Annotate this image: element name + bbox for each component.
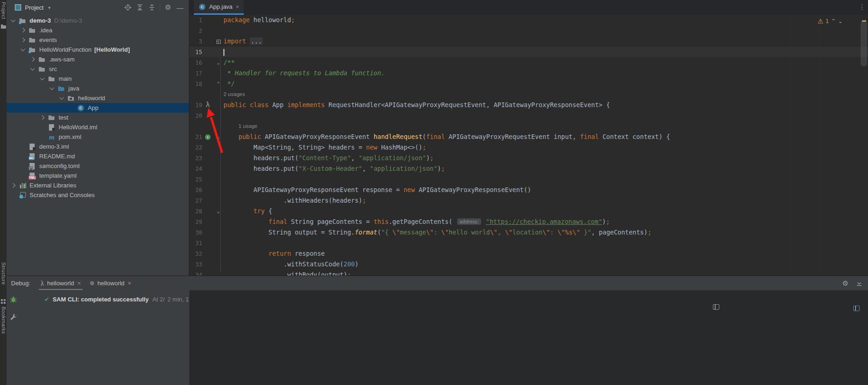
lambda-gutter-icon[interactable]: λ <box>202 100 213 110</box>
usages-inlay[interactable]: 2 usages <box>189 89 245 100</box>
chevron-down-icon[interactable] <box>21 47 25 51</box>
code-line-20[interactable]: 20 <box>189 110 868 121</box>
usages-inlay-row[interactable]: 2 usages <box>189 89 868 100</box>
next-warning-icon[interactable]: ⌄ <box>838 18 843 24</box>
tree-row-src[interactable]: src <box>6 64 189 74</box>
fold-close-icon[interactable]: ⌃ <box>213 78 223 89</box>
code-line-34[interactable]: 34 .withBody(output); <box>189 270 868 276</box>
tree-row-test[interactable]: test <box>6 113 189 122</box>
chevron-down-icon[interactable] <box>50 85 54 90</box>
code-line-27[interactable]: 27 .withHeaders(headers); <box>189 195 868 206</box>
code-line-31[interactable]: 31 <box>189 238 868 248</box>
kebab-menu-icon[interactable]: ⋮ <box>859 3 865 11</box>
tree-row-external-libraries[interactable]: External Libraries <box>6 180 189 190</box>
tree-row-scratches-and-consoles[interactable]: Scratches and Consoles <box>6 190 189 200</box>
close-icon[interactable]: × <box>236 3 240 10</box>
usages-inlay[interactable]: 1 usage <box>189 121 257 132</box>
code-line-2[interactable]: 2 <box>189 25 868 36</box>
tree-row-demo-3-iml[interactable]: demo-3.iml <box>6 142 189 151</box>
locate-file-icon[interactable] <box>124 3 132 12</box>
inspection-widget[interactable]: ⚠ 1 ⌃ ⌄ <box>818 18 843 25</box>
hide-panel-icon[interactable]: — <box>176 3 184 12</box>
chevron-right-icon[interactable] <box>40 115 45 120</box>
tree-row-pom-xml[interactable]: mpom.xml <box>6 132 189 142</box>
tree-row-readme-md[interactable]: MDREADME.md <box>6 151 189 161</box>
tree-row--idea[interactable]: .idea <box>6 25 189 35</box>
code-line-32[interactable]: 32 return response <box>189 248 868 259</box>
code-line-29[interactable]: 29 final String pageContents = this.getP… <box>189 217 868 227</box>
debug-settings-gear-icon[interactable]: ⚙ <box>841 279 850 288</box>
stripe-tab-structure[interactable]: Structure <box>0 262 6 285</box>
editor-area[interactable]: App.java × ⋮ 1package helloworld;23+impo… <box>189 0 868 276</box>
settings-gear-icon[interactable]: ⚙ <box>164 3 172 12</box>
stripe-tab-project[interactable]: Project <box>0 2 6 19</box>
code-line-19[interactable]: 19λpublic class App implements RequestHa… <box>189 100 868 110</box>
chevron-right-icon[interactable] <box>21 38 25 42</box>
tree-row-samconfig-toml[interactable]: [T]samconfig.toml <box>6 161 189 171</box>
code-line-15[interactable]: 15 <box>189 47 868 57</box>
chevron-right-icon[interactable] <box>11 183 16 188</box>
editor-tab-appjava[interactable]: App.java × <box>194 0 244 15</box>
tree-row-helloworldfunction[interactable]: HelloWorldFunction[HelloWorld] <box>6 45 189 54</box>
tree-row-helloworld[interactable]: helloworld <box>6 93 189 103</box>
code-line-30[interactable]: 30 String output = String.format("{ \"me… <box>189 227 868 238</box>
debug-tab-helloworld-0[interactable]: λhelloworld× <box>36 276 85 290</box>
tree-row-main[interactable]: main <box>6 74 189 84</box>
tree-row--aws-sam[interactable]: .aws-sam <box>6 54 189 64</box>
fold-spacer <box>213 185 223 195</box>
code-line-16[interactable]: 16⌄/** <box>189 57 868 68</box>
tree-row-java[interactable]: java <box>6 84 189 93</box>
fold-expand-icon[interactable]: + <box>213 36 223 47</box>
tree-row-template-yaml[interactable]: YMLtemplate.yaml <box>6 171 189 180</box>
fold-open-icon[interactable]: ⌄ <box>213 132 223 142</box>
code-line-28[interactable]: 28⌄ try { <box>189 206 868 217</box>
code-line-17[interactable]: 17 * Handler for requests to Lambda func… <box>189 68 868 78</box>
chevron-right-icon[interactable] <box>21 28 25 33</box>
close-icon[interactable]: × <box>77 280 81 287</box>
code-line-24[interactable]: 24 headers.put("X-Custom-Header", "appli… <box>189 163 868 174</box>
sam-status-row[interactable]: ✔ SAM CLI: completed successfully At 2/ … <box>20 294 189 304</box>
layout-icon[interactable] <box>713 304 719 310</box>
code-line-33[interactable]: 33 .withStatusCode(200) <box>189 259 868 270</box>
debug-console[interactable] <box>189 290 868 385</box>
code-line-22[interactable]: 22 Map<String, String> headers = new Has… <box>189 142 868 153</box>
code-line-26[interactable]: 26 APIGatewayProxyResponseEvent response… <box>189 185 868 195</box>
fold-open-icon[interactable]: ⌄ <box>213 57 223 68</box>
tree-row-demo-3[interactable]: demo-3D:\demo-3 <box>6 16 189 25</box>
editor-scrollbar[interactable] <box>861 20 867 66</box>
chevron-down-icon[interactable] <box>30 66 35 71</box>
fold-open-icon[interactable]: ⌄ <box>213 206 223 217</box>
tree-row-events[interactable]: events <box>6 35 189 45</box>
bookmarks-icon[interactable] <box>1 299 6 304</box>
restore-layout-icon[interactable] <box>853 306 860 311</box>
close-icon[interactable]: × <box>128 280 132 287</box>
tree-row-helloworld-iml[interactable]: HelloWorld.iml <box>6 122 189 132</box>
folder-icon[interactable] <box>1 24 6 29</box>
debug-bug-icon[interactable] <box>10 296 17 303</box>
code-line-21[interactable]: 21↑⌄ public APIGatewayProxyResponseEvent… <box>189 132 868 142</box>
chevron-right-icon[interactable] <box>30 57 35 62</box>
code-line-25[interactable]: 25 <box>189 174 868 185</box>
fold-spacer <box>213 47 223 57</box>
chevron-down-icon[interactable]: ▾ <box>48 5 50 10</box>
hide-tool-window-icon[interactable] <box>855 279 863 288</box>
code-line-1[interactable]: 1package helloworld; <box>189 15 868 25</box>
url-link[interactable]: "https://checkip.amazonaws.com" <box>486 218 602 225</box>
prev-warning-icon[interactable]: ⌃ <box>831 18 836 24</box>
chevron-down-icon[interactable] <box>60 95 64 100</box>
usages-inlay-row[interactable]: 1 usage <box>189 121 868 132</box>
implementing-method-gutter-icon[interactable]: ↑ <box>202 132 213 142</box>
expand-all-icon[interactable] <box>136 3 144 12</box>
project-view-title[interactable]: Project <box>25 4 43 11</box>
collapse-all-icon[interactable] <box>148 3 156 12</box>
stripe-tab-bookmarks[interactable]: Bookmarks <box>0 307 6 334</box>
chevron-down-icon[interactable] <box>11 18 16 22</box>
chevron-down-icon[interactable] <box>40 76 45 80</box>
code-line-3[interactable]: 3+import ... <box>189 36 868 47</box>
tree-row-app[interactable]: App <box>6 103 189 113</box>
code-line-18[interactable]: 18⌃ */ <box>189 78 868 89</box>
wrench-icon[interactable] <box>10 313 18 321</box>
code-line-23[interactable]: 23 headers.put("Content-Type", "applicat… <box>189 153 868 163</box>
debug-tab-helloworld-1[interactable]: helloworld× <box>85 276 136 290</box>
code-view[interactable]: 1package helloworld;23+import ...1516⌄/*… <box>189 15 868 276</box>
